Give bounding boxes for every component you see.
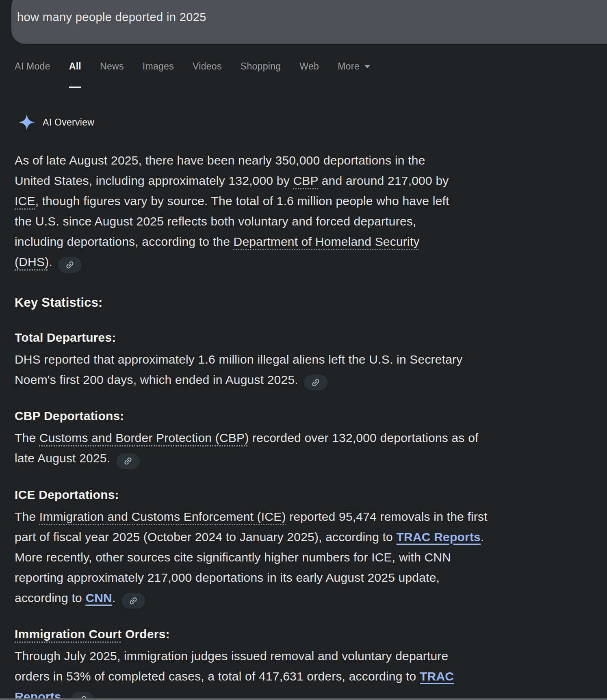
- cbp-deportations-body: The Customs and Border Protection (CBP) …: [15, 428, 596, 469]
- citation-chip[interactable]: [121, 593, 145, 609]
- immigration-court-orders-heading: Immigration Court Orders:: [15, 624, 596, 644]
- link-icon: [309, 376, 323, 390]
- link-icon: [121, 454, 135, 468]
- total-departures-body: DHS reported that approximately 1.6 mill…: [15, 349, 596, 391]
- ai-overview-label: AI Overview: [43, 117, 94, 128]
- text-run: and around 217,000 by: [318, 174, 449, 187]
- tab-shopping[interactable]: Shopping: [241, 61, 281, 88]
- tab-label: Images: [143, 61, 174, 72]
- citation-chip[interactable]: [116, 453, 140, 469]
- tab-label: Web: [299, 61, 319, 72]
- cited-term-link[interactable]: Customs and Border Protection (CBP): [39, 431, 249, 444]
- link-icon: [126, 594, 140, 608]
- ice-deportations-body: The Immigration and Customs Enforcement …: [15, 507, 596, 609]
- tab-news[interactable]: News: [100, 61, 124, 88]
- search-query-text: how many people deported in 2025: [17, 11, 206, 24]
- tab-all[interactable]: All: [69, 61, 81, 88]
- tab-more[interactable]: More: [338, 61, 370, 88]
- source-link[interactable]: CNN: [85, 591, 112, 605]
- tab-label: Shopping: [241, 61, 281, 72]
- tab-videos[interactable]: Videos: [193, 61, 222, 88]
- tab-label: More: [338, 61, 360, 72]
- text-run: The: [15, 431, 39, 444]
- bottom-window-edge: [0, 698, 607, 700]
- tab-label: All: [69, 61, 81, 72]
- tab-label: Videos: [193, 61, 222, 72]
- immigration-court-orders-body: Through July 2025, immigration judges is…: [15, 646, 596, 700]
- ai-sparkle-icon: [18, 113, 36, 132]
- text-run: The: [15, 510, 39, 523]
- chevron-down-icon: [364, 65, 370, 68]
- ai-overview-header: AI Overview: [18, 113, 94, 132]
- text-run: Orders:: [121, 627, 169, 641]
- ai-overview-intro: As of late August 2025, there have been …: [15, 150, 596, 273]
- text-run: Immigration Court: [15, 627, 121, 641]
- text-run: .: [112, 591, 119, 605]
- citation-chip[interactable]: [58, 257, 82, 273]
- tab-images[interactable]: Images: [143, 61, 174, 88]
- tab-label: News: [100, 61, 124, 72]
- total-departures-heading: Total Departures:: [15, 327, 596, 348]
- cbp-deportations-heading: CBP Deportations:: [15, 406, 596, 426]
- ice-deportations-heading: ICE Deportations:: [15, 485, 596, 505]
- source-link[interactable]: TRAC Reports: [397, 530, 481, 544]
- google-search-results-page: how many people deported in 2025 AI Mode…: [0, 0, 607, 700]
- ai-overview-content: As of late August 2025, there have been …: [15, 150, 596, 700]
- text-run: DHS reported that approximately 1.6 mill…: [15, 353, 463, 386]
- cited-term-link[interactable]: ICE: [15, 194, 35, 208]
- citation-chip[interactable]: [304, 375, 327, 390]
- link-icon: [63, 258, 77, 272]
- cited-term-link[interactable]: CBP: [293, 174, 318, 187]
- search-input[interactable]: how many people deported in 2025: [11, 0, 607, 44]
- cited-term-link[interactable]: Immigration and Customs Enforcement (ICE…: [39, 510, 286, 523]
- tab-label: AI Mode: [15, 61, 50, 72]
- text-run: Through July 2025, immigration judges is…: [15, 649, 448, 683]
- tab-web[interactable]: Web: [299, 61, 319, 88]
- key-statistics-heading: Key Statistics:: [15, 293, 596, 313]
- text-run: .: [49, 255, 56, 269]
- tab-ai-mode[interactable]: AI Mode: [15, 61, 50, 88]
- search-tabs: AI ModeAllNewsImagesVideosShoppingWebMor…: [15, 61, 370, 88]
